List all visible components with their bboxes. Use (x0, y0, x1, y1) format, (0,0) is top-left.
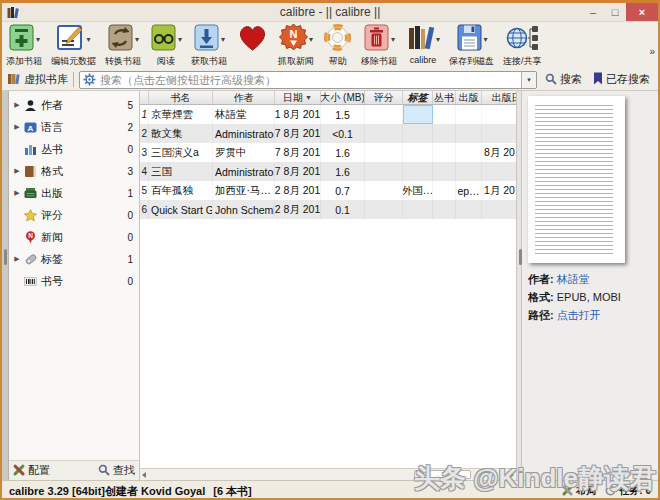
cell-tags[interactable]: 外国… (403, 181, 433, 200)
fetch-news-button[interactable]: N ▾ 抓取新闻 (278, 24, 314, 68)
dropdown-arrow-icon[interactable]: ▾ (86, 35, 90, 44)
cell-tags[interactable] (403, 200, 433, 219)
dropdown-arrow-icon[interactable]: ▾ (221, 35, 225, 44)
cell-size[interactable]: 1.6 (321, 162, 365, 181)
toolbar-overflow-chevron[interactable]: » (649, 46, 655, 57)
minimize-button[interactable]: – (582, 3, 604, 21)
scroll-right-arrow-icon[interactable] (510, 472, 514, 478)
header-pubdate[interactable]: 出版日期 (482, 91, 516, 104)
cell-title[interactable]: 京華煙雲 (149, 105, 213, 124)
header-tags[interactable]: 标签 (403, 91, 433, 104)
dropdown-arrow-icon[interactable]: ▾ (36, 35, 40, 44)
cell-publisher[interactable]: ep… (456, 181, 482, 200)
cell-title[interactable]: 百年孤独 (149, 181, 213, 200)
cell-author[interactable]: John Schember (213, 200, 275, 219)
cell-title[interactable]: 三国 (149, 162, 213, 181)
table-row[interactable]: 4 三国 Administrator 17 8月 2018 1.6 (140, 162, 516, 181)
expander-icon[interactable]: ▶ (12, 101, 22, 109)
cell-date[interactable]: 17 8月 2018 (275, 124, 321, 143)
scroll-left-arrow-icon[interactable] (142, 472, 146, 478)
open-path-link[interactable]: 点击打开 (557, 309, 601, 321)
cell-rating[interactable] (365, 105, 403, 124)
header-series[interactable]: 丛书 (433, 91, 456, 104)
cell-author[interactable]: 林語堂 (213, 105, 275, 124)
sidebar-item-publisher[interactable]: ▶ 出版 1 (9, 182, 139, 204)
header-date[interactable]: 日期▼ (275, 91, 321, 104)
scrollbar-thumb[interactable] (414, 470, 470, 479)
cell-rating[interactable] (365, 200, 403, 219)
tag-browser-find-button[interactable]: 查找 (98, 463, 135, 478)
cell-title[interactable]: 三国演义a (149, 143, 213, 162)
cell-publisher[interactable] (456, 143, 482, 162)
connect-share-button[interactable]: 连接/共享 (503, 24, 542, 68)
header-author[interactable]: 作者 (213, 91, 275, 104)
edit-metadata-button[interactable]: ▾ 编辑元数据 (51, 24, 96, 68)
donate-button[interactable] (236, 24, 269, 55)
cell-tags[interactable] (403, 124, 433, 143)
dropdown-arrow-icon[interactable]: ▾ (178, 35, 182, 44)
cell-pubdate[interactable] (482, 124, 516, 143)
add-books-button[interactable]: ▾ 添加书籍 (6, 24, 42, 68)
cell-pubdate[interactable] (482, 105, 516, 124)
cell-publisher[interactable] (456, 124, 482, 143)
table-row[interactable]: 3 三国演义a 罗贯中 17 8月 2018 1.6 8月 2018 (140, 143, 516, 162)
cell-series[interactable] (433, 105, 456, 124)
layout-button[interactable]: 布局 (562, 484, 596, 498)
sidebar-item-languages[interactable]: ▶ A 语言 2 (9, 116, 139, 138)
cell-rating[interactable] (365, 143, 403, 162)
splitter-grip[interactable] (4, 249, 7, 265)
jobs-button[interactable]: 任务: 0 (605, 484, 651, 498)
sidebar-item-identifiers[interactable]: 书号 0 (9, 270, 139, 292)
sidebar-item-formats[interactable]: ▶ 格式 3 (9, 160, 139, 182)
cell-publisher[interactable] (456, 105, 482, 124)
cell-date[interactable]: 12 8月 2018 (275, 181, 321, 200)
cell-date[interactable]: 21 8月 2018 (275, 105, 321, 124)
search-button[interactable]: 搜索 (542, 72, 585, 87)
cell-title[interactable]: Quick Start Guide (149, 200, 213, 219)
sidebar-item-tags[interactable]: ▶ 标签 1 (9, 248, 139, 270)
cell-author[interactable]: Administrator (213, 162, 275, 181)
expander-icon[interactable]: ▶ (12, 255, 22, 263)
cell-size[interactable]: <0.1 (321, 124, 365, 143)
horizontal-scrollbar[interactable] (140, 468, 516, 480)
dropdown-arrow-icon[interactable]: ▾ (135, 35, 139, 44)
view-book-button[interactable]: ▾ 阅读 (150, 24, 182, 68)
cell-pubdate[interactable]: 1月 2013 (482, 181, 516, 200)
header-size[interactable]: 大小 (MB) (321, 91, 365, 104)
table-row[interactable]: 2 散文集 Administrator 17 8月 2018 <0.1 (140, 124, 516, 143)
sidebar-item-news[interactable]: N 新闻 0 (9, 226, 139, 248)
remove-books-button[interactable]: ▾ 移除书籍 (361, 24, 397, 68)
sidebar-item-series[interactable]: 丛书 0 (9, 138, 139, 160)
calibre-library-button[interactable]: ▾ calibre (406, 24, 440, 65)
sidebar-item-ratings[interactable]: 评分 0 (9, 204, 139, 226)
advanced-search-gear-icon[interactable] (83, 73, 96, 86)
saved-searches-button[interactable]: 已存搜索 (590, 72, 653, 87)
cell-publisher[interactable] (456, 200, 482, 219)
search-history-dropdown[interactable]: ▾ (521, 72, 536, 88)
book-cover[interactable] (528, 96, 625, 263)
dropdown-arrow-icon[interactable]: ▾ (484, 35, 488, 44)
cell-series[interactable] (433, 162, 456, 181)
cell-date[interactable]: 12 8月 2018 (275, 200, 321, 219)
cell-size[interactable]: 0.1 (321, 200, 365, 219)
cell-tags[interactable] (403, 105, 433, 124)
preferences-button[interactable]: 配置 (13, 463, 50, 478)
cell-size[interactable]: 0.7 (321, 181, 365, 200)
splitter-grip[interactable] (519, 249, 522, 265)
dropdown-arrow-icon[interactable]: ▾ (436, 35, 440, 44)
table-row[interactable]: 6 Quick Start Guide John Schember 12 8月 … (140, 200, 516, 219)
cell-series[interactable] (433, 181, 456, 200)
cell-pubdate[interactable] (482, 200, 516, 219)
table-row[interactable]: 1 京華煙雲 林語堂 21 8月 2018 1.5 (140, 105, 516, 124)
cell-pubdate[interactable]: 8月 2018 (482, 143, 516, 162)
table-row[interactable]: 5 百年孤独 加西亚·马… 12 8月 2018 0.7 外国… ep… 1月 … (140, 181, 516, 200)
maximize-button[interactable]: □ (604, 3, 626, 21)
expander-icon[interactable]: ▶ (12, 167, 22, 175)
header-rating[interactable]: 评分 (365, 91, 403, 104)
cell-publisher[interactable] (456, 162, 482, 181)
cell-tags[interactable] (403, 162, 433, 181)
search-input[interactable] (96, 74, 521, 86)
save-to-disk-button[interactable]: ▾ 保存到磁盘 (449, 24, 494, 68)
right-splitter[interactable] (516, 91, 522, 480)
cell-size[interactable]: 1.5 (321, 105, 365, 124)
